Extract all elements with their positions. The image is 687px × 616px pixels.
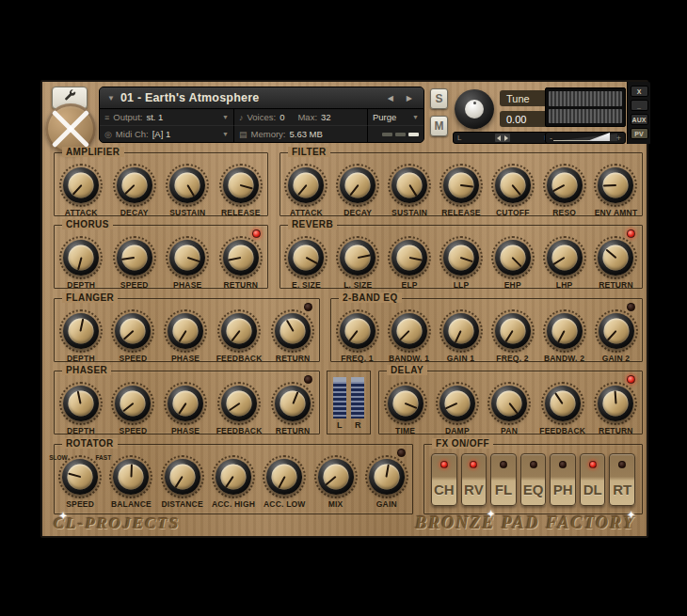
fx-toggle-eq[interactable]: EQ [520,453,547,506]
knob-bandw-1[interactable]: BANDW. 1 [388,309,431,363]
knob-body[interactable] [288,240,324,276]
knob-body[interactable] [547,240,583,276]
knob-body[interactable] [495,240,531,276]
knob-body[interactable] [388,386,423,421]
knob-body[interactable] [165,459,200,495]
solo-button[interactable]: S [430,88,448,109]
knob-time[interactable]: TIME [384,382,427,435]
knob-body[interactable] [275,386,311,421]
knob-distance[interactable]: DISTANCE [161,455,204,509]
volume-slider[interactable]: - + [545,132,626,144]
knob-l-size[interactable]: L. SIZE [336,236,379,290]
knob-body[interactable] [63,386,99,421]
pv-button[interactable]: pv [631,128,648,139]
max-value[interactable]: 32 [321,112,331,122]
knob-speed[interactable]: SPEED [111,309,154,363]
knob-speed[interactable]: SLOWFASTSPEED [58,455,102,509]
knob-body[interactable] [216,459,251,495]
knob-body[interactable] [113,459,149,495]
knob-body[interactable] [117,240,152,276]
knob-body[interactable] [439,386,475,421]
knob-llp[interactable]: LLP [439,236,483,290]
midi-select[interactable]: ◎ Midi Ch: [A] 1 ▼ [100,126,234,143]
knob-acc-low[interactable]: ACC. LOW [263,455,306,509]
knob-decay[interactable]: DECAY [113,164,156,217]
knob-feedback[interactable]: FEEDBACK [216,382,263,435]
knob-freq-2[interactable]: FREQ. 2 [491,309,535,363]
knob-body[interactable] [391,313,427,349]
knob-return[interactable]: RETURN [594,382,637,435]
knob-body[interactable] [288,167,324,203]
mute-button[interactable]: M [430,116,448,136]
knob-depth[interactable]: DEPTH [59,309,103,363]
knob-body[interactable] [340,313,375,349]
pan-slider[interactable]: L R [453,132,554,144]
knob-body[interactable] [168,313,203,349]
knob-release[interactable]: RELEASE [219,164,263,217]
knob-body[interactable] [115,313,151,349]
next-patch-button[interactable]: ▶ [403,92,416,104]
knob-body[interactable] [117,167,152,203]
knob-decay[interactable]: DECAY [336,164,379,217]
knob-feedback[interactable]: FEEDBACK [539,382,585,435]
knob-reso[interactable]: RESO [543,164,586,217]
knob-body[interactable] [547,313,583,349]
minimize-button[interactable]: _ [631,100,648,111]
knob-ehp[interactable]: EHP [491,236,535,290]
knob-elp[interactable]: ELP [388,236,431,290]
knob-phase[interactable]: PHASE [164,309,207,363]
knob-acc-high[interactable]: ACC. HIGH [212,455,255,509]
tune-knob[interactable] [455,89,494,129]
knob-bandw-2[interactable]: BANDW. 2 [543,309,586,363]
knob-attack[interactable]: ATTACK [59,164,103,217]
knob-e-size[interactable]: E. SIZE [284,236,328,290]
knob-phase[interactable]: PHASE [166,236,209,290]
knob-body[interactable] [168,386,203,421]
knob-body[interactable] [340,167,375,203]
knob-release[interactable]: RELEASE [439,164,483,217]
knob-feedback[interactable]: FEEDBACK [216,309,263,363]
pan-marker[interactable] [495,134,510,142]
knob-body[interactable] [545,386,581,421]
knob-damp[interactable]: DAMP [436,382,479,435]
prev-patch-button[interactable]: ◀ [384,92,397,104]
knob-body[interactable] [598,240,633,276]
knob-return[interactable]: RETURN [219,236,263,290]
purge-select[interactable]: Purge ▼ [368,109,423,126]
knob-body[interactable] [495,313,531,349]
fx-toggle-rt[interactable]: RT [609,453,635,506]
knob-body[interactable] [491,386,527,421]
knob-body[interactable] [391,167,427,203]
knob-depth[interactable]: DEPTH [59,236,103,290]
knob-freq-1[interactable]: FREQ. 1 [336,309,379,363]
knob-body[interactable] [340,240,375,276]
knob-balance[interactable]: BALANCE [109,455,152,509]
knob-gain-1[interactable]: GAIN 1 [439,309,483,363]
knob-body[interactable] [115,386,151,421]
knob-body[interactable] [443,240,479,276]
knob-lhp[interactable]: LHP [543,236,586,290]
knob-body[interactable] [495,167,531,203]
close-button[interactable]: x [631,86,648,97]
knob-gain[interactable]: GAIN [365,455,408,509]
knob-body[interactable] [63,240,99,276]
knob-body[interactable] [598,167,633,203]
knob-body[interactable] [223,240,259,276]
knob-body[interactable] [598,386,633,421]
aux-button[interactable]: aux [631,114,648,125]
knob-body[interactable] [599,313,634,349]
knob-body[interactable] [63,167,99,203]
fx-toggle-dl[interactable]: DL [580,453,606,506]
knob-body[interactable] [275,313,311,349]
knob-pan[interactable]: PAN [487,382,531,435]
knob-cutoff[interactable]: CUTOFF [491,164,535,217]
knob-sustain[interactable]: SUSTAIN [388,164,431,217]
knob-depth[interactable]: DEPTH [59,382,103,435]
knob-return[interactable]: RETURN [594,236,637,290]
knob-body[interactable] [547,167,583,203]
knob-body[interactable] [443,167,479,203]
knob-body[interactable] [443,313,479,349]
fx-toggle-fl[interactable]: FL [490,453,517,506]
knob-body[interactable] [266,459,302,495]
knob-mix[interactable]: MIX [314,455,358,509]
